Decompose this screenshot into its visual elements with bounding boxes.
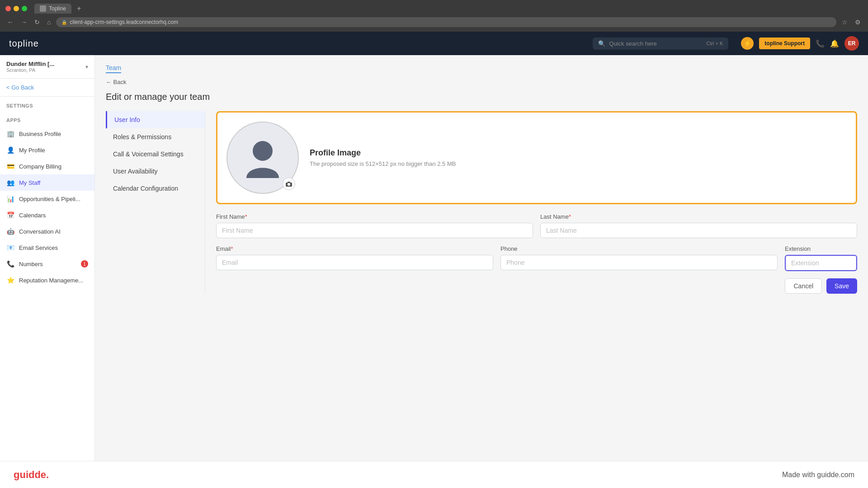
sidebar-item-label: My Profile: [19, 147, 45, 154]
workspace-info: Dunder Mifflin [... Scranton, PA: [6, 61, 82, 73]
phone-input[interactable]: [500, 255, 778, 270]
bookmark-icon[interactable]: ☆: [840, 18, 849, 27]
home-button[interactable]: ⌂: [45, 18, 52, 27]
sidebar-item-label: Reputation Manageme...: [19, 277, 83, 284]
forward-nav-button[interactable]: →: [19, 18, 29, 27]
reload-button[interactable]: ↻: [33, 18, 42, 27]
avatar[interactable]: ER: [844, 36, 859, 51]
breadcrumb: Team: [106, 64, 857, 73]
sidebar: Dunder Mifflin [... Scranton, PA ▾ < Go …: [0, 55, 95, 461]
team-nav-roles[interactable]: Roles & Permissions: [106, 128, 205, 145]
browser-tab[interactable]: Topline: [34, 4, 71, 14]
email-group: Email*: [216, 245, 493, 271]
business-profile-icon: 🏢: [6, 130, 14, 138]
new-tab-button[interactable]: +: [77, 5, 81, 13]
last-name-label: Last Name*: [540, 213, 857, 220]
lightning-button[interactable]: ⚡: [741, 37, 754, 50]
workspace-name: Dunder Mifflin [...: [6, 61, 82, 67]
fullscreen-button[interactable]: [22, 6, 27, 11]
url-bar[interactable]: 🔒 client-app-crm-settings.leadconnectorh…: [56, 17, 836, 27]
sidebar-item-label: Conversation AI: [19, 228, 61, 235]
app-logo: topline: [9, 38, 39, 49]
ssl-icon: 🔒: [61, 20, 67, 25]
apps-section-title: Apps: [0, 111, 94, 126]
avatar-upload[interactable]: [226, 122, 299, 194]
main-content: Dunder Mifflin [... Scranton, PA ▾ < Go …: [0, 55, 868, 461]
team-nav-user-info[interactable]: User Info: [106, 111, 205, 128]
traffic-lights: [5, 6, 27, 11]
profile-image-info: Profile Image The proposed size is 512×5…: [310, 148, 456, 167]
team-nav-calendar-config[interactable]: Calendar Configuration: [106, 180, 205, 197]
extension-group: Extension: [785, 245, 857, 271]
reputation-icon: ⭐: [6, 276, 14, 284]
svg-point-0: [253, 141, 273, 161]
numbers-badge: 1: [81, 260, 88, 267]
first-name-required: *: [245, 213, 247, 220]
browser-chrome: Topline + ← → ↻ ⌂ 🔒 client-app-crm-setti…: [0, 0, 868, 32]
top-nav-right: ⚡ topline Support 📞 🔔 ER: [741, 36, 859, 51]
minimize-button[interactable]: [14, 6, 19, 11]
top-nav: topline 🔍 Quick search here Ctrl + K ⚡ t…: [0, 32, 868, 55]
sidebar-item-label: Company Billing: [19, 163, 61, 170]
team-nav-availability[interactable]: User Availability: [106, 163, 205, 180]
settings-icon[interactable]: ⚙: [853, 18, 863, 27]
user-avatar-icon: [245, 137, 281, 178]
sidebar-item-conversation-ai[interactable]: 🤖 Conversation AI: [0, 223, 94, 239]
sidebar-item-label: Numbers: [19, 261, 43, 267]
search-bar[interactable]: 🔍 Quick search here Ctrl + K: [593, 38, 728, 50]
breadcrumb-team[interactable]: Team: [106, 64, 121, 73]
contact-row: Email* Phone Extension: [216, 245, 857, 271]
sidebar-item-email-services[interactable]: 📧 Email Services: [0, 239, 94, 256]
sidebar-item-my-profile[interactable]: 👤 My Profile: [0, 142, 94, 158]
my-staff-icon: 👥: [6, 178, 14, 187]
last-name-input[interactable]: [540, 223, 857, 238]
sidebar-item-opportunities[interactable]: 📊 Opportunities & Pipeli...: [0, 191, 94, 207]
email-services-icon: 📧: [6, 244, 14, 252]
team-nav-label: User Info: [114, 116, 140, 123]
back-link[interactable]: ← Back: [106, 79, 857, 85]
sidebar-item-reputation[interactable]: ⭐ Reputation Manageme...: [0, 272, 94, 288]
team-nav-label: Roles & Permissions: [113, 133, 171, 141]
name-row: First Name* Last Name*: [216, 213, 857, 238]
workspace-selector[interactable]: Dunder Mifflin [... Scranton, PA ▾: [0, 55, 94, 79]
search-shortcut: Ctrl + K: [706, 41, 723, 46]
page-title: Edit or manage your team: [106, 92, 857, 102]
tab-favicon: [40, 5, 46, 12]
camera-button[interactable]: [283, 178, 295, 190]
team-nav-call-voicemail[interactable]: Call & Voicemail Settings: [106, 145, 205, 163]
settings-section-title: Settings: [0, 97, 94, 111]
search-placeholder: Quick search here: [609, 40, 657, 47]
last-name-group: Last Name*: [540, 213, 857, 238]
cancel-button[interactable]: Cancel: [785, 278, 822, 294]
conversation-ai-icon: 🤖: [6, 227, 14, 235]
sidebar-item-company-billing[interactable]: 💳 Company Billing: [0, 158, 94, 174]
phone-icon[interactable]: 📞: [816, 39, 825, 48]
opportunities-icon: 📊: [6, 195, 14, 203]
team-nav-label: Calendar Configuration: [113, 185, 178, 192]
sidebar-item-label: Opportunities & Pipeli...: [19, 196, 80, 202]
search-icon: 🔍: [598, 40, 605, 47]
profile-image-section: Profile Image The proposed size is 512×5…: [216, 111, 857, 204]
support-button[interactable]: topline Support: [759, 38, 810, 49]
go-back-link[interactable]: < Go Back: [0, 79, 94, 97]
sidebar-item-my-staff[interactable]: 👥 My Staff: [0, 174, 94, 191]
email-label: Email*: [216, 245, 493, 252]
save-button[interactable]: Save: [826, 278, 857, 294]
back-nav-button[interactable]: ←: [5, 18, 15, 27]
guidde-footer: guidde. Made with guidde.com: [0, 461, 868, 488]
form-area: Profile Image The proposed size is 512×5…: [205, 111, 857, 294]
sidebar-item-label: Business Profile: [19, 131, 61, 137]
phone-group: Phone: [500, 245, 778, 271]
extension-input[interactable]: [785, 255, 857, 271]
bell-icon[interactable]: 🔔: [830, 39, 839, 48]
sidebar-item-calendars[interactable]: 📅 Calendars: [0, 207, 94, 223]
first-name-input[interactable]: [216, 223, 533, 238]
team-panel: User Info Roles & Permissions Call & Voi…: [106, 111, 857, 294]
close-button[interactable]: [5, 6, 11, 11]
company-billing-icon: 💳: [6, 162, 14, 170]
phone-label: Phone: [500, 245, 778, 252]
email-input[interactable]: [216, 255, 493, 270]
sidebar-item-business-profile[interactable]: 🏢 Business Profile: [0, 126, 94, 142]
sidebar-item-numbers[interactable]: 📞 Numbers 1: [0, 256, 94, 272]
sidebar-item-label: My Staff: [19, 179, 40, 186]
